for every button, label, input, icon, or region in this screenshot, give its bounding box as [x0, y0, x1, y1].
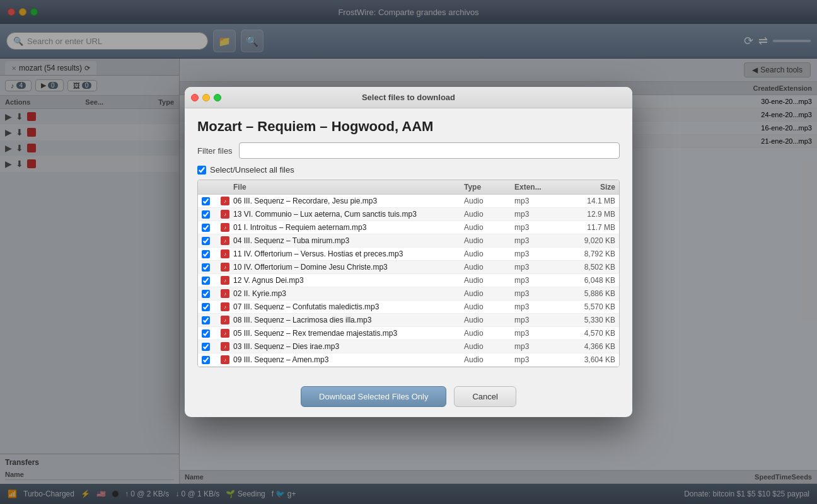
file-size-3: 9,020 KB: [559, 236, 615, 245]
file-checkbox-10[interactable]: [202, 329, 210, 338]
modal-close-button[interactable]: [191, 94, 199, 101]
file-type-11: Audio: [464, 342, 514, 351]
file-row: ♪ 06 III. Sequenz – Recordare, Jesu pie.…: [198, 195, 619, 208]
filter-files-label: Filter files: [197, 146, 233, 156]
file-checkbox-8[interactable]: [202, 303, 210, 311]
file-name-12: 09 III. Sequenz – Amen.mp3: [233, 355, 464, 364]
file-type-icon-11: ♪: [221, 342, 229, 351]
file-ext-3: mp3: [514, 236, 559, 245]
file-type-8: Audio: [464, 302, 514, 311]
modal-heading: Mozart – Requiem – Hogwood, AAM: [197, 118, 620, 135]
file-checkbox-6[interactable]: [202, 277, 210, 285]
select-all-checkbox[interactable]: [197, 166, 206, 175]
file-size-12: 3,604 KB: [559, 355, 615, 364]
col-ext: Exten...: [514, 183, 559, 192]
file-ext-4: mp3: [514, 249, 559, 258]
file-type-icon-0: ♪: [221, 197, 229, 205]
file-checkbox-7[interactable]: [202, 290, 210, 298]
file-ext-6: mp3: [514, 276, 559, 285]
file-checkbox-12[interactable]: [202, 356, 210, 364]
file-ext-7: mp3: [514, 289, 559, 298]
col-icon: [221, 183, 233, 192]
filter-files-row: Filter files: [197, 142, 620, 159]
file-type-icon-7: ♪: [221, 289, 229, 298]
select-all-row: Select/Unselect all files: [197, 165, 620, 175]
file-type-10: Audio: [464, 329, 514, 338]
file-ext-1: mp3: [514, 210, 559, 219]
file-name-8: 07 III. Sequenz – Confutatis maledictis.…: [233, 302, 464, 311]
file-row: ♪ 05 III. Sequenz – Rex tremendae majest…: [198, 327, 619, 340]
file-type-4: Audio: [464, 249, 514, 258]
file-type-2: Audio: [464, 223, 514, 232]
file-checkbox-1[interactable]: [202, 210, 210, 219]
file-row: ♪ 09 III. Sequenz – Amen.mp3 Audio mp3 3…: [198, 353, 619, 367]
file-type-1: Audio: [464, 210, 514, 219]
modal-dialog: Select files to download Mozart – Requie…: [185, 87, 632, 417]
file-type-icon-2: ♪: [221, 223, 229, 232]
file-type-9: Audio: [464, 316, 514, 324]
file-type-icon-1: ♪: [221, 210, 229, 219]
file-ext-12: mp3: [514, 355, 559, 364]
file-name-7: 02 II. Kyrie.mp3: [233, 289, 464, 298]
file-row: ♪ 02 II. Kyrie.mp3 Audio mp3 5,886 KB: [198, 287, 619, 301]
file-checkbox-0[interactable]: [202, 197, 210, 205]
col-file: File: [233, 183, 464, 192]
file-ext-0: mp3: [514, 197, 559, 205]
modal-min-button[interactable]: [202, 94, 210, 101]
file-name-10: 05 III. Sequenz – Rex tremendae majestat…: [233, 329, 464, 338]
file-row: ♪ 12 V. Agnus Dei.mp3 Audio mp3 6,048 KB: [198, 274, 619, 287]
modal-body: Mozart – Requiem – Hogwood, AAM Filter f…: [185, 108, 632, 386]
file-row: ♪ 07 III. Sequenz – Confutatis maledicti…: [198, 301, 619, 314]
file-checkbox-2[interactable]: [202, 224, 210, 232]
file-row: ♪ 03 III. Sequenz – Dies irae.mp3 Audio …: [198, 340, 619, 353]
col-check: [202, 183, 221, 192]
file-name-9: 08 III. Sequenz – Lacrimosa dies illa.mp…: [233, 316, 464, 324]
file-type-icon-4: ♪: [221, 249, 229, 258]
file-type-icon-5: ♪: [221, 263, 229, 272]
file-type-icon-8: ♪: [221, 302, 229, 311]
file-ext-9: mp3: [514, 316, 559, 324]
file-type-icon-3: ♪: [221, 236, 229, 245]
file-table-body: ♪ 06 III. Sequenz – Recordare, Jesu pie.…: [198, 195, 619, 367]
file-type-icon-6: ♪: [221, 276, 229, 285]
file-size-11: 4,366 KB: [559, 342, 615, 351]
file-name-2: 01 I. Introitus – Requiem aeternam.mp3: [233, 223, 464, 232]
file-table: File Type Exten... Size ♪ 06 III. Sequen…: [197, 180, 620, 367]
file-type-3: Audio: [464, 236, 514, 245]
file-type-12: Audio: [464, 355, 514, 364]
file-size-9: 5,330 KB: [559, 316, 615, 324]
modal-buttons: Download Selected Files Only Cancel: [185, 386, 632, 417]
modal-title: Select files to download: [362, 93, 455, 102]
file-checkbox-4[interactable]: [202, 250, 210, 258]
file-ext-11: mp3: [514, 342, 559, 351]
file-type-7: Audio: [464, 289, 514, 298]
col-type: Type: [464, 183, 514, 192]
file-size-0: 14.1 MB: [559, 197, 615, 205]
file-name-11: 03 III. Sequenz – Dies irae.mp3: [233, 342, 464, 351]
file-table-header: File Type Exten... Size: [198, 180, 619, 195]
file-size-10: 4,570 KB: [559, 329, 615, 338]
file-type-6: Audio: [464, 276, 514, 285]
file-row: ♪ 13 VI. Communio – Lux aeterna, Cum san…: [198, 208, 619, 221]
file-checkbox-5[interactable]: [202, 263, 210, 272]
file-ext-2: mp3: [514, 223, 559, 232]
file-size-6: 6,048 KB: [559, 276, 615, 285]
modal-overlay: Select files to download Mozart – Requie…: [0, 0, 817, 504]
cancel-button[interactable]: Cancel: [454, 386, 516, 407]
file-checkbox-9[interactable]: [202, 316, 210, 324]
download-selected-button[interactable]: Download Selected Files Only: [301, 386, 446, 407]
file-size-2: 11.7 MB: [559, 223, 615, 232]
col-size: Size: [559, 183, 615, 192]
file-name-3: 04 III. Sequenz – Tuba mirum.mp3: [233, 236, 464, 245]
file-name-1: 13 VI. Communio – Lux aeterna, Cum sanct…: [233, 210, 464, 219]
file-row: ♪ 11 IV. Offertorium – Versus. Hostias e…: [198, 248, 619, 261]
file-checkbox-3[interactable]: [202, 237, 210, 245]
filter-files-input[interactable]: [239, 142, 620, 159]
file-ext-8: mp3: [514, 302, 559, 311]
modal-traffic-lights[interactable]: [191, 94, 221, 101]
file-type-0: Audio: [464, 197, 514, 205]
file-size-1: 12.9 MB: [559, 210, 615, 219]
file-type-icon-9: ♪: [221, 316, 229, 324]
file-checkbox-11[interactable]: [202, 343, 210, 351]
modal-max-button[interactable]: [214, 94, 221, 101]
